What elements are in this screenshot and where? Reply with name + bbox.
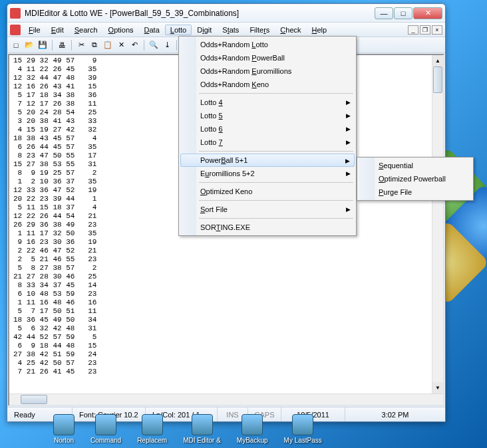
- submenu-sequential[interactable]: Sequential: [359, 159, 472, 172]
- scroll-up-arrow-icon[interactable]: ▲: [432, 55, 443, 66]
- copy-icon[interactable]: ⧉: [88, 39, 100, 51]
- menu-options[interactable]: Options: [103, 25, 139, 35]
- menu-lotto-6[interactable]: Lotto 6▶: [180, 122, 355, 136]
- powerball-submenu: Sequential Optimized Powerball Purge Fil…: [357, 157, 474, 201]
- new-file-icon[interactable]: □: [10, 39, 22, 51]
- desktop-icons-row: Norton Command Replacem MDI Editor & MyB…: [53, 414, 322, 444]
- mdi-minimize-button[interactable]: _: [408, 25, 418, 35]
- save-icon[interactable]: 💾: [37, 39, 49, 51]
- lotto-dropdown: Odds+Random Lotto Odds+Random PowerBall …: [178, 36, 357, 236]
- close-button[interactable]: ✕: [413, 7, 442, 19]
- taskbar-icon-norton[interactable]: Norton: [53, 414, 75, 444]
- menu-lotto-5[interactable]: Lotto 5▶: [180, 109, 355, 122]
- scroll-thumb-v[interactable]: [433, 66, 442, 93]
- menu-file[interactable]: File: [23, 25, 46, 35]
- window-title: MDIEditor & Lotto WE - [PowerBall_59_5_3…: [25, 9, 375, 18]
- paste-icon[interactable]: 📋: [102, 39, 114, 51]
- minimize-button[interactable]: —: [375, 7, 393, 19]
- find-next-icon[interactable]: ⤓: [161, 39, 173, 51]
- menu-lotto-7[interactable]: Lotto 7▶: [180, 136, 355, 149]
- menu-lotto-4[interactable]: Lotto 4▶: [180, 96, 355, 109]
- status-time: 3:02 PM: [345, 407, 445, 421]
- delete-icon[interactable]: ✕: [115, 39, 127, 51]
- menu-optimized-keno[interactable]: Optimized Keno: [180, 185, 355, 198]
- print-icon[interactable]: 🖶: [56, 39, 68, 51]
- menu-edit[interactable]: Edit: [46, 25, 69, 35]
- titlebar[interactable]: MDIEditor & Lotto WE - [PowerBall_59_5_3…: [7, 4, 445, 23]
- cut-icon[interactable]: ✂: [75, 39, 87, 51]
- taskbar-icon-mdieditor[interactable]: MDI Editor &: [183, 414, 221, 444]
- taskbar-icon-mybackup[interactable]: MyBackup: [237, 414, 268, 444]
- menu-odds-random-euromillions[interactable]: Odds+Random Euromillions: [180, 64, 355, 78]
- scroll-down-arrow-icon[interactable]: ▼: [432, 382, 443, 393]
- menubar: File Edit Search Options Data Lotto Digi…: [7, 23, 445, 37]
- menu-euromillions-5-2[interactable]: Euromillions 5+2▶: [180, 167, 355, 180]
- menu-odds-random-keno[interactable]: Odds+Random Keno: [180, 78, 355, 91]
- taskbar-icon-lastpass[interactable]: My LastPass: [284, 414, 322, 444]
- scroll-thumb-h[interactable]: [21, 395, 47, 404]
- menubar-doc-icon: [10, 25, 21, 35]
- maximize-button[interactable]: □: [394, 7, 412, 19]
- menu-lotto[interactable]: Lotto: [165, 25, 192, 35]
- horizontal-scrollbar[interactable]: [9, 393, 443, 405]
- menu-sorting-exe[interactable]: SORTING.EXE: [180, 221, 355, 234]
- mdi-close-button[interactable]: ×: [432, 25, 442, 35]
- vertical-scrollbar[interactable]: ▲ ▼: [432, 55, 443, 393]
- menu-sort-file[interactable]: Sort File▶: [180, 203, 355, 216]
- menu-odds-random-powerball[interactable]: Odds+Random PowerBall: [180, 51, 355, 64]
- open-file-icon[interactable]: 📂: [23, 39, 35, 51]
- menu-odds-random-lotto[interactable]: Odds+Random Lotto: [180, 38, 355, 51]
- menu-powerball-5-1[interactable]: PowerBall 5+1▶: [180, 154, 355, 167]
- undo-icon[interactable]: ↶: [128, 39, 140, 51]
- menu-data[interactable]: Data: [139, 25, 165, 35]
- menu-stats[interactable]: Stats: [217, 25, 244, 35]
- submenu-optimized-powerball[interactable]: Optimized Powerball: [359, 172, 472, 185]
- menu-digit[interactable]: Digit: [192, 25, 217, 35]
- submenu-purge-file[interactable]: Purge File: [359, 185, 472, 199]
- menu-filters[interactable]: Filters: [244, 25, 275, 35]
- mdi-restore-button[interactable]: ❐: [420, 25, 430, 35]
- menu-search[interactable]: Search: [69, 25, 103, 35]
- menu-check[interactable]: Check: [275, 25, 306, 35]
- find-icon[interactable]: 🔍: [148, 39, 160, 51]
- app-icon: [10, 8, 21, 19]
- menu-help[interactable]: Help: [307, 25, 333, 35]
- taskbar-icon-command[interactable]: Command: [90, 414, 121, 444]
- taskbar-icon-replacem[interactable]: Replacem: [137, 414, 167, 444]
